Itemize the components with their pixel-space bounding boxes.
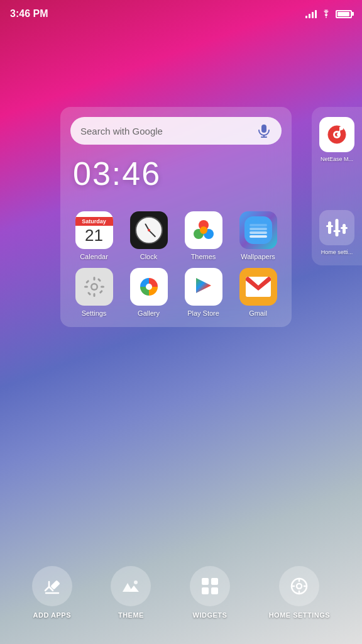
app-label-clock: Clock bbox=[140, 253, 158, 260]
mic-icon[interactable] bbox=[256, 123, 272, 138]
gmail-icon bbox=[239, 268, 277, 306]
svg-point-6 bbox=[200, 226, 207, 234]
app-item-settings[interactable]: Settings bbox=[70, 268, 118, 317]
calendar-date: 21 bbox=[85, 226, 103, 243]
app-label-wallpapers: Wallpapers bbox=[241, 253, 275, 260]
svg-point-45 bbox=[297, 584, 302, 589]
svg-rect-41 bbox=[211, 578, 218, 585]
svg-point-14 bbox=[92, 285, 96, 289]
clock-icon bbox=[130, 211, 168, 249]
widgets-icon-circle bbox=[190, 566, 230, 606]
app-label-playstore: Play Store bbox=[187, 309, 219, 317]
app-item-playstore[interactable]: Play Store bbox=[180, 268, 227, 317]
clock-face bbox=[135, 216, 163, 244]
app-item-gmail[interactable]: Gmail bbox=[234, 268, 282, 317]
app-label-gallery: Gallery bbox=[138, 309, 160, 317]
svg-rect-16 bbox=[93, 293, 95, 297]
toolbar-widgets[interactable]: WIDGETS bbox=[190, 566, 230, 619]
app-label-calendar: Calendar bbox=[80, 253, 108, 260]
calendar-icon: Saturday 21 bbox=[75, 211, 113, 249]
svg-rect-36 bbox=[334, 230, 341, 232]
app-label-themes: Themes bbox=[191, 253, 216, 260]
theme-icon-circle bbox=[111, 566, 151, 606]
status-bar: 3:46 PM bbox=[0, 0, 362, 28]
toolbar-add-apps[interactable]: ADD APPS bbox=[32, 566, 72, 619]
svg-rect-33 bbox=[336, 219, 339, 236]
netease-icon bbox=[319, 117, 354, 152]
clock-center-dot bbox=[148, 229, 150, 231]
signal-icon bbox=[305, 9, 317, 18]
main-panel: Search with Google 03:46 Saturday 21 Cal… bbox=[60, 107, 292, 327]
toolbar-theme[interactable]: THEME bbox=[111, 566, 151, 619]
playstore-icon bbox=[185, 268, 222, 306]
svg-rect-15 bbox=[93, 277, 95, 280]
svg-point-39 bbox=[134, 580, 138, 584]
toolbar-label-add-apps: ADD APPS bbox=[33, 611, 71, 619]
app-label-homesettings: Home setti... bbox=[321, 249, 353, 255]
toolbar-home-settings[interactable]: HOME SETTINGS bbox=[269, 566, 331, 619]
wallpapers-icon bbox=[239, 211, 277, 249]
wifi-icon bbox=[321, 9, 332, 18]
app-label-gmail: Gmail bbox=[249, 309, 267, 317]
svg-rect-9 bbox=[250, 231, 267, 234]
status-icons bbox=[305, 9, 352, 18]
app-item-netease[interactable]: NetEase M... bbox=[317, 117, 357, 162]
svg-rect-8 bbox=[250, 228, 267, 230]
svg-rect-42 bbox=[202, 587, 209, 594]
app-grid: Saturday 21 Calendar Clock bbox=[70, 211, 282, 317]
homesettings-icon bbox=[319, 210, 354, 245]
home-settings-icon-circle bbox=[279, 566, 319, 606]
svg-rect-40 bbox=[202, 578, 209, 585]
gallery-icon bbox=[130, 268, 168, 306]
app-item-calendar[interactable]: Saturday 21 Calendar bbox=[70, 211, 118, 260]
app-item-homesettings[interactable]: Home setti... bbox=[317, 210, 357, 255]
calendar-day: Saturday bbox=[75, 217, 113, 226]
search-bar[interactable]: Search with Google bbox=[70, 117, 282, 145]
app-label-settings: Settings bbox=[82, 309, 107, 317]
svg-rect-37 bbox=[341, 227, 348, 229]
status-time: 3:46 PM bbox=[10, 8, 48, 19]
svg-point-24 bbox=[146, 284, 152, 290]
svg-rect-43 bbox=[211, 587, 218, 594]
add-apps-icon-circle bbox=[32, 566, 72, 606]
battery-icon bbox=[336, 10, 352, 18]
toolbar-label-widgets: WIDGETS bbox=[193, 611, 228, 619]
svg-rect-17 bbox=[84, 286, 88, 288]
svg-rect-0 bbox=[261, 125, 266, 133]
themes-icon bbox=[185, 211, 222, 249]
right-panel: NetEase M... Home setti... bbox=[312, 107, 362, 265]
app-item-clock[interactable]: Clock bbox=[125, 211, 172, 260]
svg-rect-10 bbox=[250, 224, 267, 226]
app-item-wallpapers[interactable]: Wallpapers bbox=[234, 211, 282, 260]
app-item-themes[interactable]: Themes bbox=[180, 211, 227, 260]
toolbar-label-theme: THEME bbox=[118, 611, 144, 619]
svg-point-31 bbox=[337, 133, 340, 136]
settings-icon bbox=[75, 268, 113, 306]
svg-rect-32 bbox=[328, 221, 331, 234]
app-label-netease: NetEase M... bbox=[321, 156, 353, 162]
search-placeholder: Search with Google bbox=[80, 126, 163, 136]
toolbar-label-home-settings: HOME SETTINGS bbox=[269, 611, 331, 619]
svg-rect-11 bbox=[250, 235, 267, 238]
svg-rect-35 bbox=[326, 225, 333, 227]
bottom-toolbar: ADD APPS THEME WIDGETS bbox=[0, 566, 362, 619]
clock-widget: 03:46 bbox=[70, 155, 282, 192]
svg-rect-38 bbox=[50, 580, 60, 590]
app-item-gallery[interactable]: Gallery bbox=[125, 268, 172, 317]
svg-rect-18 bbox=[101, 286, 104, 288]
